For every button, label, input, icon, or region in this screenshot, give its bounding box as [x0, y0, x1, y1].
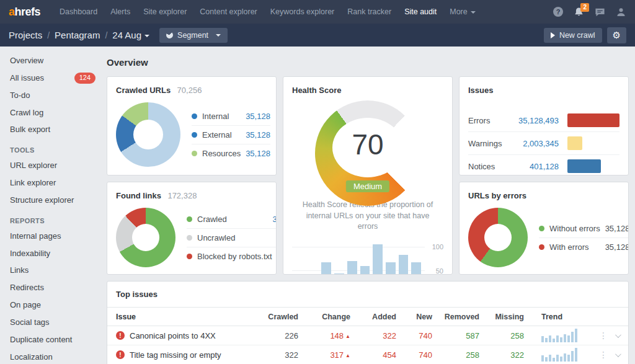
change-value[interactable]: 317▲ [298, 350, 350, 360]
nav-content-explorer[interactable]: Content explorer [200, 7, 257, 16]
help-icon[interactable]: ? [553, 7, 563, 17]
new-value[interactable]: 740 [396, 350, 432, 360]
card-title: URLs by errors [468, 191, 526, 200]
sidebar-section-reports: REPORTS [10, 217, 103, 224]
urls-by-errors-legend: Without errors35,128 With errors35,128 [539, 220, 629, 256]
sidebar-item-indexability[interactable]: Indexability [10, 248, 95, 260]
missing-value[interactable]: 322 [479, 350, 524, 360]
sidebar-item-social-tags[interactable]: Social tags [10, 317, 95, 329]
col-crawled[interactable]: Crawled [259, 313, 298, 321]
errors-bar[interactable] [567, 113, 619, 127]
sidebar-item-redirects[interactable]: Redirects [10, 282, 95, 294]
notices-bar[interactable] [567, 159, 601, 173]
nav-site-audit[interactable]: Site audit [404, 7, 437, 16]
col-missing[interactable]: Missing [479, 313, 524, 321]
crawled-urls-total: 70,256 [177, 86, 202, 95]
legend-item-external[interactable]: External35,128 [192, 126, 270, 144]
found-links-card: Found links 172,328 Crawled35,128 Uncraw… [107, 182, 277, 275]
nav-rank-tracker[interactable]: Rank tracker [347, 7, 391, 16]
error-icon: ! [116, 331, 125, 340]
top-issues-card: Top issues Issue Crawled Change Added Ne… [107, 281, 629, 364]
legend-item-internal[interactable]: Internal35,128 [192, 107, 270, 126]
pie-icon [165, 30, 174, 40]
with-errors-dot-icon [539, 244, 544, 250]
nav-alerts[interactable]: Alerts [110, 7, 130, 16]
health-score-value: 70 [315, 128, 420, 161]
sidebar-item-on-page[interactable]: On page [10, 300, 95, 311]
legend-item-crawled[interactable]: Crawled35,128 [187, 210, 277, 229]
legend-item-uncrawled[interactable]: Uncrawled3,128 [187, 229, 277, 247]
legend-item-without-errors[interactable]: Without errors35,128 [539, 220, 629, 238]
kebab-menu-icon[interactable]: ⋮ [599, 331, 608, 340]
blocked-dot-icon [187, 254, 192, 259]
sidebar-item-links[interactable]: Links [10, 265, 95, 277]
sidebar-item-duplicate-content[interactable]: Duplicate content [10, 334, 95, 346]
sidebar-item-todo[interactable]: To-do [10, 90, 95, 102]
user-icon[interactable] [616, 7, 626, 17]
issue-name-link[interactable]: Title tag missing or empty [130, 350, 221, 360]
legend-item-blocked[interactable]: Blocked by robots.txt3,128 [187, 247, 277, 265]
top-nav: ahrefs Dashboard Alerts Site explorer Co… [0, 0, 635, 24]
issues-card: Issues Errors35,128,493 Warnings2,003,34… [459, 76, 629, 175]
crawled-urls-legend: Internal35,128 External35,128 Resources3… [192, 107, 270, 162]
sidebar-item-link-explorer[interactable]: Link explorer [10, 177, 95, 189]
nav-site-explorer[interactable]: Site explorer [143, 7, 187, 16]
crawled-urls-card: Crawled URLs 70,256 Internal35,128 Exter… [107, 76, 277, 175]
col-removed[interactable]: Removed [432, 313, 479, 321]
issue-name-link[interactable]: Canonical points to 4XX [130, 331, 216, 340]
added-value[interactable]: 454 [350, 350, 396, 360]
crawl-date-dropdown[interactable]: 24 Aug [112, 30, 149, 40]
nav-more[interactable]: More [450, 7, 475, 16]
health-score-gauge: 70 Medium [315, 100, 420, 195]
internal-dot-icon [192, 113, 197, 119]
ahrefs-logo[interactable]: ahrefs [9, 6, 40, 19]
legend-item-with-errors[interactable]: With errors35,128 [539, 238, 629, 256]
sidebar-item-crawl-log[interactable]: Crawl log [10, 107, 95, 119]
expand-chevron-icon[interactable] [615, 332, 621, 338]
trend-sparkline[interactable] [541, 348, 580, 362]
sidebar-item-structure-explorer[interactable]: Structure explorer [10, 195, 95, 206]
breadcrumb-site[interactable]: Pentagram [55, 30, 100, 40]
crawled-value[interactable]: 322 [259, 350, 298, 360]
triangle-up-icon: ▲ [345, 334, 350, 339]
legend-item-resources[interactable]: Resources35,128 [192, 144, 270, 162]
error-icon: ! [116, 350, 125, 359]
kebab-menu-icon[interactable]: ⋮ [599, 350, 608, 360]
removed-value[interactable]: 587 [432, 331, 479, 340]
missing-value[interactable]: 258 [479, 331, 524, 340]
project-toolbar: Projects / Pentagram / 24 Aug Segment Ne… [0, 24, 635, 47]
new-value[interactable]: 740 [396, 331, 432, 340]
breadcrumb-separator: / [47, 30, 50, 40]
removed-value[interactable]: 258 [432, 350, 479, 360]
added-value[interactable]: 322 [350, 331, 396, 340]
col-new[interactable]: New [396, 313, 432, 321]
col-trend[interactable]: Trend [524, 313, 591, 321]
expand-chevron-icon[interactable] [615, 351, 621, 357]
segment-button[interactable]: Segment [159, 28, 228, 43]
breadcrumb-projects[interactable]: Projects [9, 30, 42, 40]
issues-count-badge: 124 [74, 73, 95, 84]
sidebar-item-bulk-export[interactable]: Bulk export [10, 124, 95, 136]
crawled-value[interactable]: 226 [259, 331, 298, 340]
settings-button[interactable]: ⚙ [607, 27, 626, 43]
sidebar-item-overview[interactable]: Overview [10, 55, 95, 67]
sidebar-item-all-issues[interactable]: All issues124 [10, 73, 95, 84]
sidebar-item-url-explorer[interactable]: URL explorer [10, 160, 95, 172]
warnings-bar[interactable] [567, 136, 582, 150]
chat-icon[interactable] [595, 7, 605, 17]
new-crawl-button[interactable]: New crawl [544, 28, 602, 43]
crawled-dot-icon [187, 216, 192, 222]
main-content: Overview Crawled URLs 70,256 Internal35,… [103, 47, 635, 364]
trend-sparkline[interactable] [541, 329, 580, 342]
col-issue[interactable]: Issue [116, 313, 259, 321]
card-title: Top issues [107, 282, 628, 307]
col-change[interactable]: Change [298, 313, 350, 321]
notifications-button[interactable]: 2 [574, 7, 584, 17]
change-value[interactable]: 148▲ [298, 331, 350, 340]
col-added[interactable]: Added [350, 313, 396, 321]
history-bars[interactable] [292, 241, 425, 275]
nav-keywords-explorer[interactable]: Keywords explorer [270, 7, 335, 16]
sidebar-item-internal-pages[interactable]: Internal pages [10, 231, 95, 242]
nav-dashboard[interactable]: Dashboard [60, 7, 97, 16]
sidebar-item-localization[interactable]: Localization [10, 352, 95, 363]
